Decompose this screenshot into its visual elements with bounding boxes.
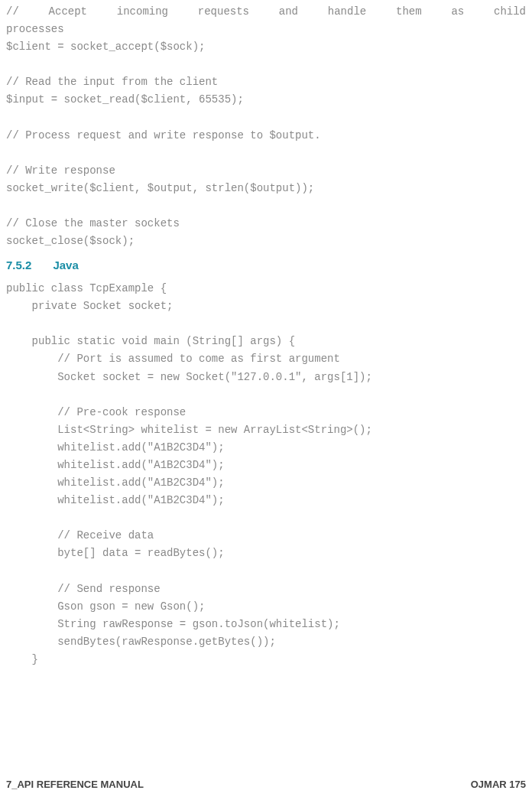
php-code-line-7: // Write response — [6, 162, 526, 180]
php-code-line-8: socket_write($client, $output, strlen($o… — [6, 180, 526, 197]
heading-title: Java — [53, 259, 78, 272]
java-code-line-7: List<String> whitelist = new ArrayList<S… — [6, 421, 526, 439]
java-code-line-12: // Receive data — [6, 527, 526, 545]
java-code-line-10: whitelist.add("A1B2C3D4"); — [6, 474, 526, 492]
java-code-line-2: private Socket socket; — [6, 298, 526, 315]
footer-left: 7_API REFERENCE MANUAL — [6, 776, 144, 792]
php-code-line-4: // Read the input from the client — [6, 73, 526, 91]
heading-number: 7.5.2 — [6, 259, 31, 272]
java-code-line-13: byte[] data = readBytes(); — [6, 545, 526, 562]
java-code-line-18: } — [6, 651, 526, 668]
php-blank-2 — [6, 109, 526, 127]
java-code-line-6: // Pre-cook response — [6, 404, 526, 421]
footer-right: OJMAR 175 — [471, 776, 526, 792]
java-code-line-1: public class TcpExample { — [6, 280, 526, 298]
php-blank-3 — [6, 145, 526, 162]
java-blank-2 — [6, 386, 526, 404]
php-code-line-9: // Close the master sockets — [6, 215, 526, 233]
java-code-line-15: Gson gson = new Gson(); — [6, 598, 526, 616]
section-heading: 7.5.2Java — [6, 256, 526, 275]
java-code-line-4: // Port is assumed to come as first argu… — [6, 350, 526, 368]
java-code-line-17: sendBytes(rawResponse.getBytes()); — [6, 633, 526, 651]
php-code-line-3: $client = socket_accept($sock); — [6, 38, 526, 56]
php-code-line-1: // Accept incoming requests and handle t… — [6, 3, 526, 21]
java-blank-1 — [6, 315, 526, 333]
php-code-line-10: socket_close($sock); — [6, 233, 526, 250]
php-code-line-2: processes — [6, 21, 526, 38]
php-code-line-5: $input = socket_read($client, 65535); — [6, 91, 526, 109]
java-code-line-16: String rawResponse = gson.toJson(whiteli… — [6, 616, 526, 633]
java-code-line-14: // Send response — [6, 580, 526, 598]
java-blank-4 — [6, 563, 526, 580]
php-code-line-6: // Process request and write response to… — [6, 127, 526, 145]
java-code-line-3: public static void main (String[] args) … — [6, 333, 526, 350]
java-code-line-11: whitelist.add("A1B2C3D4"); — [6, 492, 526, 509]
php-blank-1 — [6, 56, 526, 73]
java-code-line-9: whitelist.add("A1B2C3D4"); — [6, 457, 526, 474]
java-code-line-5: Socket socket = new Socket("127.0.0.1", … — [6, 369, 526, 386]
java-code-line-8: whitelist.add("A1B2C3D4"); — [6, 439, 526, 457]
page-footer: 7_API REFERENCE MANUAL OJMAR 175 — [6, 776, 526, 792]
php-blank-4 — [6, 197, 526, 215]
java-blank-3 — [6, 509, 526, 527]
